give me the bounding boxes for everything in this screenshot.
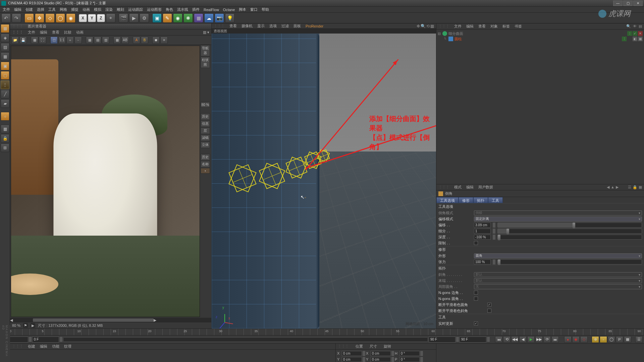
mat-menu-texture[interactable]: 纹理 <box>64 344 71 349</box>
visibility-tag[interactable]: ⋮ <box>622 37 627 41</box>
delete-tag[interactable]: ✕ <box>638 31 643 36</box>
menu-mesh[interactable]: 网格 <box>60 7 67 12</box>
tab-tool-options[interactable]: 工具选项 <box>436 197 459 203</box>
rot-p[interactable] <box>399 357 420 362</box>
menu-window[interactable]: 窗口 <box>250 7 258 12</box>
edge-mode-icon[interactable]: ╱ <box>1 90 9 99</box>
object-tree[interactable]: ⊟ 细分曲面 ⋮ ✓ ✕ └ 圆柱 ⋮ ◐ <box>436 29 644 184</box>
pv-solid-tab[interactable]: 立体 <box>201 141 210 148</box>
enabled-tag[interactable]: ✓ <box>633 31 637 36</box>
frame-range-end[interactable]: 90 F <box>429 337 455 343</box>
pv-layer-tab[interactable]: 层 <box>201 127 210 134</box>
menu-file[interactable]: 文件 <box>3 7 10 12</box>
goto-end-icon[interactable]: ⏭ <box>551 336 559 343</box>
rotate-icon[interactable]: ◯ <box>56 13 65 23</box>
menu-tools[interactable]: 工具 <box>48 7 56 12</box>
menu-motiontrack[interactable]: 运动跟踪 <box>128 7 143 12</box>
vp-menu-options[interactable]: 选项 <box>269 23 277 28</box>
pv-flag-icon[interactable]: ⚑ <box>23 323 28 328</box>
chk-ngons-circ[interactable] <box>474 297 478 301</box>
pos-y[interactable] <box>342 357 362 362</box>
key-options-icon[interactable]: ☰ <box>635 336 643 343</box>
pv-layer-icon[interactable]: ▦ <box>113 37 121 44</box>
pv-shape-tab[interactable]: 柱状图 <box>201 57 210 68</box>
menu-script[interactable]: 脚本 <box>239 7 246 12</box>
pv-histogram-icon[interactable]: ▦ <box>31 37 38 44</box>
pv-zoom-out-icon[interactable]: － <box>74 37 82 44</box>
chk-ngons-edge[interactable] <box>474 291 478 295</box>
viewport-3d[interactable]: 添加【细分曲面】效果器 【点】模式进行【倒角】 ↖▫ y x z 网格间距 : … <box>212 34 436 328</box>
dd-shape[interactable]: 圆角 <box>474 253 642 258</box>
menu-select[interactable]: 选择 <box>37 7 44 12</box>
spinner-icon[interactable] <box>487 337 490 342</box>
coord-system-icon[interactable]: ⌖ <box>106 13 115 23</box>
render-settings-icon[interactable]: ⚙ <box>140 13 149 23</box>
pv-ab-icon[interactable]: AB <box>121 37 129 44</box>
attr-prev-icon[interactable]: ◀ <box>607 185 609 189</box>
scale-icon[interactable]: ◇ <box>45 13 55 23</box>
menu-octane[interactable]: Octane <box>223 8 235 12</box>
pv-nav-tab[interactable]: 导航器 <box>201 45 210 56</box>
slider-tension[interactable] <box>497 259 642 264</box>
phong-tag[interactable]: ◐ <box>633 37 637 41</box>
vp-menu-camera[interactable]: 摄像机 <box>241 23 253 28</box>
pos-x[interactable] <box>342 351 362 356</box>
om-menu-file[interactable]: 文件 <box>454 24 462 29</box>
menu-help[interactable]: 帮助 <box>262 7 269 12</box>
pv-filter-b-icon[interactable]: B <box>141 37 148 44</box>
input-tension[interactable] <box>474 259 491 264</box>
chk-break-bevel[interactable] <box>487 309 491 313</box>
tree-item-sds[interactable]: ⊟ 细分曲面 ⋮ ✓ ✕ <box>438 31 643 36</box>
tab-topology[interactable]: 拓扑 <box>473 197 488 203</box>
point-mode-icon[interactable]: ⋮ <box>1 80 9 89</box>
vp-menu-prorender[interactable]: ProRender <box>306 24 323 28</box>
redo-icon[interactable]: ↷ <box>12 13 21 23</box>
vp-menu-view[interactable]: 查看 <box>229 23 237 28</box>
chk-limit[interactable] <box>474 241 478 245</box>
size-x[interactable] <box>371 351 391 356</box>
menu-sculpt[interactable]: 雕刻 <box>117 7 124 12</box>
generator-icon[interactable]: ❋ <box>183 13 193 23</box>
pv-zoom-100-icon[interactable]: 1:1 <box>58 37 66 44</box>
spinner-icon[interactable] <box>493 223 495 228</box>
timeline[interactable]: 0 5 10 15 20 25 30 35 40 45 50 55 60 65 … <box>0 328 644 335</box>
subdivision-icon[interactable]: ◉ <box>173 13 182 23</box>
pv-zoom-in-icon[interactable]: ＋ <box>66 37 74 44</box>
deformer-icon[interactable]: ▦ <box>194 13 203 23</box>
chk-break-flat[interactable]: ✓ <box>487 303 491 307</box>
make-editable-icon[interactable]: ▦ <box>1 24 9 33</box>
om-eye-icon[interactable]: 👁 <box>633 24 637 28</box>
menu-create[interactable]: 创建 <box>25 7 33 12</box>
input-depth[interactable] <box>474 235 491 240</box>
tab-shaping[interactable]: 修形 <box>459 197 473 203</box>
play-back-icon[interactable]: ◀ <box>519 336 527 343</box>
pv-zoom-fit-icon[interactable]: ◫ <box>50 37 58 44</box>
pv-menu-anim[interactable]: 动画 <box>76 30 84 35</box>
polygon-mode-icon[interactable]: ▰ <box>1 99 9 108</box>
om-menu-tags[interactable]: 标签 <box>502 24 510 29</box>
vp-nav-rotate-icon[interactable]: ⟲ <box>426 24 430 28</box>
slider-subdivision[interactable] <box>497 229 642 234</box>
pv-hist2-tab[interactable]: 历史 <box>201 154 210 161</box>
menu-character[interactable]: 角色 <box>166 7 173 12</box>
pv-stop-icon[interactable]: ⏹ <box>152 37 160 44</box>
vp-menu-filter[interactable]: 过滤 <box>281 23 289 28</box>
move-icon[interactable]: ✥ <box>35 13 44 23</box>
frame-current[interactable]: 0 F <box>32 337 59 343</box>
workplane-icon[interactable]: ▦ <box>1 52 9 61</box>
tree-item-cylinder[interactable]: └ 圆柱 ⋮ ◐ ▦ <box>438 36 643 42</box>
pv-open-icon[interactable]: 📁 <box>11 37 19 44</box>
pv-fullscreen-icon[interactable]: ⛶ <box>39 37 46 44</box>
pv-channel-s-icon[interactable]: ▥ <box>102 37 109 44</box>
input-subdivision[interactable] <box>474 229 491 234</box>
picture-viewer-image[interactable] <box>11 46 200 317</box>
render-view-icon[interactable]: 🎬 <box>119 13 128 23</box>
pen-tool-icon[interactable]: ✎ <box>163 13 172 23</box>
spinner-icon[interactable] <box>60 337 62 342</box>
key-param-icon[interactable]: P <box>616 336 623 343</box>
pv-clear-icon[interactable]: ✕ <box>160 37 168 44</box>
snap-icon[interactable]: ⊞ <box>1 143 9 152</box>
om-filter-icon[interactable]: ▤ <box>639 24 642 28</box>
attr-menu-userdata[interactable]: 用户数据 <box>478 185 493 190</box>
attr-layout-icon[interactable]: ▦ <box>639 185 642 189</box>
